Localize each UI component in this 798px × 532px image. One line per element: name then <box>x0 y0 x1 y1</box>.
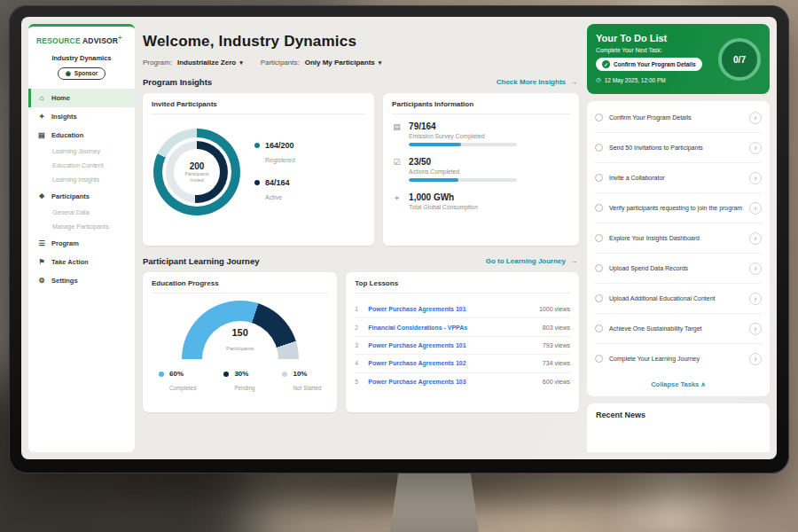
todo-next-task[interactable]: ✓ Confirm Your Program Details <box>596 58 702 71</box>
sidebar-item-insights[interactable]: ✦ Insights <box>28 107 135 126</box>
lesson-row: 1 Power Purchase Agreements 101 1000 vie… <box>355 301 570 318</box>
location-pin-icon: ⌖ <box>392 193 402 214</box>
go-to-learning-journey-link[interactable]: Go to Learning Journey → <box>486 257 577 265</box>
lesson-link[interactable]: Power Purchase Agreements 101 <box>368 306 533 312</box>
legend-completed: 60% Completed <box>159 370 196 394</box>
lesson-link[interactable]: Power Purchase Agreements 102 <box>368 360 536 366</box>
arrow-right-icon: → <box>570 257 577 265</box>
chevron-right-icon[interactable]: › <box>749 172 762 184</box>
sidebar-item-settings[interactable]: ⚙ Settings <box>28 271 135 290</box>
sidebar-nav: ⌂ Home ✦ Insights ▤ Education Learning J… <box>28 89 135 290</box>
task-checkbox[interactable] <box>595 144 603 152</box>
sidebar-item-label: Education <box>51 131 83 139</box>
sidebar-item-manage-participants[interactable]: Manage Participants <box>28 220 135 234</box>
task-row-confirm-program[interactable]: Confirm Your Program Details › <box>595 103 762 133</box>
task-checkbox[interactable] <box>595 113 603 121</box>
task-label: Upload Spend Data Records <box>609 264 743 272</box>
todo-tasks-card: Confirm Your Program Details › Send 50 I… <box>587 101 770 396</box>
legend-label: Pending <box>234 385 254 391</box>
lesson-link[interactable]: Power Purchase Agreements 101 <box>368 342 536 348</box>
sidebar-item-participants[interactable]: ❖ Participants <box>28 187 135 206</box>
sidebar-item-education-content[interactable]: Education Content <box>28 159 135 173</box>
task-row-explore-insights[interactable]: Explore Your Insights Dashboard › <box>595 223 762 254</box>
sponsor-badge[interactable]: ◉ Sponsor <box>58 67 106 80</box>
sidebar-item-education[interactable]: ▤ Education <box>28 126 135 145</box>
chevron-right-icon[interactable]: › <box>749 202 762 215</box>
task-label: Verify participants requesting to join t… <box>609 204 743 212</box>
todo-next-task-label: Confirm Your Program Details <box>614 61 696 67</box>
chevron-right-icon[interactable]: › <box>749 142 762 154</box>
task-checkbox[interactable] <box>595 294 603 302</box>
participants-select-value: Only My Participants <box>305 59 375 66</box>
legend-label: Not Started <box>293 385 321 391</box>
lesson-link[interactable]: Power Purchase Agreements 103 <box>368 379 536 385</box>
book-icon: ▤ <box>37 131 46 139</box>
program-insights-header: Program Insights Check More Insights → <box>143 77 577 87</box>
sponsor-badge-wrap: ◉ Sponsor <box>28 67 135 80</box>
task-row-send-invitations[interactable]: Send 50 Invitations to Participants › <box>595 133 762 163</box>
sidebar-item-label: Settings <box>51 277 78 285</box>
chevron-right-icon[interactable]: › <box>749 293 762 305</box>
task-row-upload-educational-content[interactable]: Upload Additional Educational Content › <box>595 284 762 314</box>
lesson-views: 793 views <box>543 342 570 348</box>
sidebar-item-general-data[interactable]: General Data <box>28 206 135 220</box>
task-row-achieve-sustainability-target[interactable]: Achieve One Sustainability Target › <box>595 314 762 344</box>
legend-label: Active <box>265 194 282 200</box>
chevron-right-icon[interactable]: › <box>749 112 762 124</box>
task-label: Confirm Your Program Details <box>609 113 743 121</box>
filters-row: Program: Industrialize Zero ▾ Participan… <box>143 59 579 66</box>
lesson-views: 1000 views <box>539 306 570 312</box>
lesson-row: 5 Power Purchase Agreements 103 600 view… <box>355 373 570 390</box>
task-row-complete-learning-journey[interactable]: Complete Your Learning Journey › <box>595 344 762 373</box>
card-title: Invited Participants <box>152 100 365 114</box>
sidebar-item-label: General Data <box>52 209 90 215</box>
stat-label: Actions Completed <box>409 168 517 175</box>
donut-center-label: Participants Invited <box>179 171 215 183</box>
sidebar-item-learning-insights[interactable]: Learning Insights <box>28 173 135 187</box>
chevron-up-icon: ∧ <box>700 380 706 388</box>
donut-legend: 164/200 Registered 84/164 Active <box>254 141 295 203</box>
bulb-icon: ✦ <box>37 113 46 121</box>
brand-resource: RESOURCE <box>36 36 81 45</box>
check-more-insights-link[interactable]: Check More Insights → <box>497 78 577 86</box>
chevron-right-icon[interactable]: › <box>749 323 762 335</box>
sidebar-item-label: Home <box>51 94 70 102</box>
stat-actions-completed: ☑ 23/50 Actions Completed <box>392 157 570 182</box>
chevron-right-icon[interactable]: › <box>749 232 762 245</box>
progress-fill <box>409 143 461 146</box>
task-row-invite-collaborator[interactable]: Invite a Collaborator › <box>595 163 762 193</box>
sidebar-item-take-action[interactable]: ⚑ Take Action <box>28 253 135 271</box>
task-checkbox[interactable] <box>595 355 603 363</box>
collapse-tasks-link[interactable]: Collapse Tasks ∧ <box>595 373 762 391</box>
task-checkbox[interactable] <box>595 234 603 242</box>
lightblue-dot-icon <box>159 372 164 377</box>
chevron-right-icon[interactable]: › <box>749 262 762 275</box>
task-checkbox[interactable] <box>595 204 603 212</box>
chevron-right-icon[interactable]: › <box>749 353 762 365</box>
sidebar-item-label: Learning Insights <box>52 176 99 183</box>
participants-select[interactable]: Only My Participants ▾ <box>305 59 382 66</box>
invited-donut-inner-ring: 200 Participants Invited <box>166 141 228 203</box>
task-checkbox[interactable] <box>595 325 603 332</box>
participants-information-card: Participants Information ▤ 79/164 Emissi… <box>383 93 579 246</box>
lesson-rank: 5 <box>355 379 362 385</box>
task-label: Invite a Collaborator <box>609 174 743 182</box>
task-checkbox[interactable] <box>595 264 603 272</box>
program-select[interactable]: Industrialize Zero ▾ <box>177 59 243 66</box>
task-row-upload-spend-data[interactable]: Upload Spend Data Records › <box>595 254 762 284</box>
legend-value: 164/200 <box>265 141 295 150</box>
stat-global-consumption: ⌖ 1,000 GWh Total Global Consumption <box>392 192 570 214</box>
sidebar-item-learning-journey[interactable]: Learning Journey <box>28 145 135 159</box>
home-icon: ⌂ <box>37 94 46 102</box>
task-row-verify-participants[interactable]: Verify participants requesting to join t… <box>595 193 762 223</box>
right-panel: Your To Do List Complete Your Next Task:… <box>587 24 770 452</box>
sidebar-item-program[interactable]: ☰ Program <box>28 234 135 253</box>
lesson-link[interactable]: Financial Considerations - VPPAs <box>368 325 536 331</box>
task-checkbox[interactable] <box>595 174 603 182</box>
lesson-row: 4 Power Purchase Agreements 102 734 view… <box>355 355 570 372</box>
stat-emission-survey: ▤ 79/164 Emission Survey Completed <box>392 121 570 146</box>
sidebar-item-label: Education Content <box>52 162 104 168</box>
section-title: Participant Learning Journey <box>143 256 259 266</box>
sidebar-item-home[interactable]: ⌂ Home <box>28 89 135 107</box>
sidebar-item-label: Learning Journey <box>52 148 100 154</box>
